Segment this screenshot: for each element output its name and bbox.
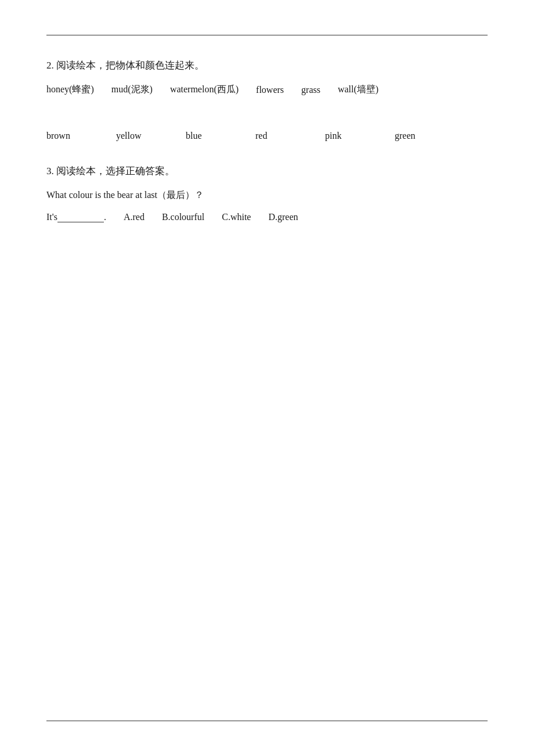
word-item-3: watermelon(西瓜) [170, 84, 239, 96]
blank-line [57, 222, 104, 222]
section-3-title: 3. 阅读绘本，选择正确答案。 [46, 164, 488, 178]
answer-prefix: It's [46, 212, 57, 222]
answer-blank: It's. [46, 212, 106, 222]
color-item-6: green [395, 131, 464, 141]
section-2-content: honey(蜂蜜) mud(泥浆) watermelon(西瓜) flowers… [46, 84, 488, 141]
option-d: D.green [268, 212, 298, 222]
color-item-3: blue [186, 131, 255, 141]
option-a: A.red [124, 212, 145, 222]
word-item-1: honey(蜂蜜) [46, 84, 94, 96]
section-2: 2. 阅读绘本，把物体和颜色连起来。 honey(蜂蜜) mud(泥浆) wat… [46, 59, 488, 141]
section-2-title: 2. 阅读绘本，把物体和颜色连起来。 [46, 59, 488, 72]
option-c: C.white [222, 212, 251, 222]
word-item-5: grass [301, 85, 320, 95]
question-text: What colour is the bear at last（最后）？ [46, 189, 488, 201]
words-row: honey(蜂蜜) mud(泥浆) watermelon(西瓜) flowers… [46, 84, 488, 96]
section-3: 3. 阅读绘本，选择正确答案。 What colour is the bear … [46, 164, 488, 222]
answer-row: It's. A.red B.colourful C.white D.green [46, 212, 488, 222]
color-item-5: pink [325, 131, 395, 141]
colors-row: brown yellow blue red pink green [46, 131, 488, 141]
color-item-1: brown [46, 131, 116, 141]
bottom-divider [46, 721, 488, 721]
color-item-4: red [255, 131, 325, 141]
color-item-2: yellow [116, 131, 186, 141]
top-divider [46, 35, 488, 35]
word-item-4: flowers [256, 85, 284, 95]
word-item-6: wall(墙壁) [338, 84, 378, 96]
page-container: 2. 阅读绘本，把物体和颜色连起来。 honey(蜂蜜) mud(泥浆) wat… [0, 0, 534, 756]
word-item-2: mud(泥浆) [111, 84, 153, 96]
answer-dot: . [104, 212, 106, 222]
option-b: B.colourful [162, 212, 204, 222]
